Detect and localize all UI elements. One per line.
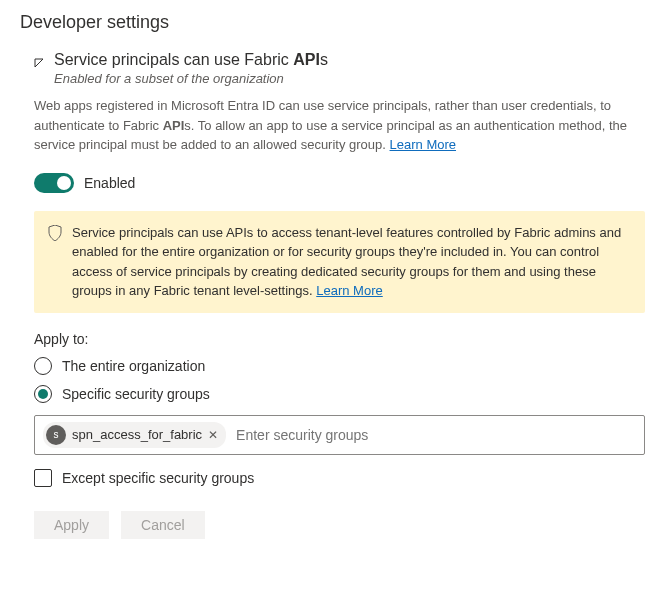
security-groups-input[interactable]: s spn_access_for_fabric ✕ (34, 415, 645, 455)
close-icon[interactable]: ✕ (208, 428, 218, 442)
apply-to-label: Apply to: (34, 331, 645, 347)
security-group-tag: s spn_access_for_fabric ✕ (43, 422, 226, 448)
section-description: Web apps registered in Microsoft Entra I… (34, 96, 645, 155)
except-groups-checkbox[interactable]: Except specific security groups (34, 469, 645, 487)
learn-more-link[interactable]: Learn More (390, 137, 456, 152)
shield-icon (48, 225, 62, 301)
cancel-button[interactable]: Cancel (121, 511, 205, 539)
radio-label-entire-org: The entire organization (62, 358, 205, 374)
warning-learn-more-link[interactable]: Learn More (316, 283, 382, 298)
section-subtitle: Enabled for a subset of the organization (54, 71, 328, 86)
warning-box: Service principals can use APIs to acces… (34, 211, 645, 313)
page-title: Developer settings (20, 12, 645, 33)
enabled-toggle[interactable] (34, 173, 74, 193)
security-groups-text-input[interactable] (232, 423, 636, 447)
radio-label-specific-groups: Specific security groups (62, 386, 210, 402)
enabled-toggle-label: Enabled (84, 175, 135, 191)
except-groups-label: Except specific security groups (62, 470, 254, 486)
avatar: s (46, 425, 66, 445)
apply-button[interactable]: Apply (34, 511, 109, 539)
tag-label: spn_access_for_fabric (72, 427, 202, 442)
radio-specific-groups[interactable]: Specific security groups (34, 385, 645, 403)
section-title: Service principals can use Fabric APIs (54, 51, 328, 69)
section-header[interactable]: Service principals can use Fabric APIs E… (34, 51, 645, 86)
warning-text: Service principals can use APIs to acces… (72, 223, 631, 301)
expand-icon (34, 55, 44, 71)
radio-entire-org[interactable]: The entire organization (34, 357, 645, 375)
